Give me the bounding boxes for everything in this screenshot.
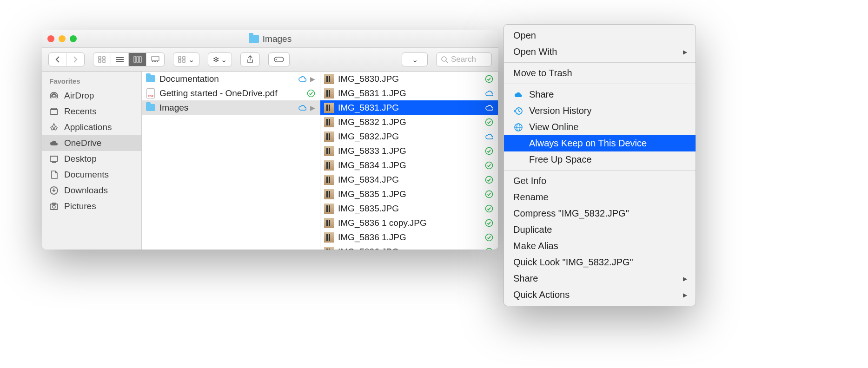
menu-item-make-alias[interactable]: Make Alias xyxy=(504,238,696,254)
folder-row[interactable]: Getting started - OneDrive.pdf xyxy=(142,86,320,100)
check-icon xyxy=(485,147,493,155)
file-row[interactable]: IMG_5834 1.JPG xyxy=(320,158,498,172)
menu-item-get-info[interactable]: Get Info xyxy=(504,173,696,189)
titlebar: Images xyxy=(42,30,498,48)
search-placeholder: Search xyxy=(451,55,476,64)
history-icon xyxy=(513,106,523,116)
menu-item-view-online[interactable]: View Online xyxy=(504,119,696,135)
check-icon xyxy=(485,233,493,242)
view-columns-button[interactable] xyxy=(129,53,146,66)
recents-icon xyxy=(48,107,60,116)
file-row[interactable]: IMG_5831.JPG xyxy=(320,100,498,115)
file-row[interactable]: IMG_5832 1.JPG xyxy=(320,115,498,129)
menu-item-quick-actions[interactable]: Quick Actions xyxy=(504,287,696,303)
sidebar-item-applications[interactable]: Applications xyxy=(42,119,141,135)
cloud-icon xyxy=(485,89,493,98)
sidebar-item-downloads[interactable]: Downloads xyxy=(42,183,141,198)
thumbnail-icon xyxy=(324,131,334,142)
menu-item-always-keep-on-this-device[interactable]: Always Keep on This Device xyxy=(504,135,696,151)
file-row[interactable]: IMG_5830.JPG xyxy=(320,72,498,86)
file-row[interactable]: IMG_5834.JPG xyxy=(320,172,498,187)
folder-row[interactable]: Images▶ xyxy=(142,100,320,115)
row-label: IMG_5836.JPG xyxy=(338,247,481,250)
row-label: Getting started - OneDrive.pdf xyxy=(159,88,303,99)
file-row[interactable]: IMG_5835 1.JPG xyxy=(320,187,498,201)
check-icon xyxy=(485,190,493,198)
check-icon xyxy=(485,248,493,250)
chevron-right-icon: ▶ xyxy=(310,104,315,112)
documents-icon xyxy=(48,170,60,179)
thumbnail-icon xyxy=(324,232,334,243)
folder-icon xyxy=(249,35,259,43)
menu-item-label: Duplicate xyxy=(513,224,552,235)
menu-item-duplicate[interactable]: Duplicate xyxy=(504,222,696,238)
chevron-right-icon: ▶ xyxy=(310,75,315,83)
menu-item-open[interactable]: Open xyxy=(504,27,696,44)
menu-item-version-history[interactable]: Version History xyxy=(504,103,696,119)
file-row[interactable]: IMG_5831 1.JPG xyxy=(320,86,498,100)
view-list-button[interactable] xyxy=(111,53,129,66)
context-menu: OpenOpen WithMove to TrashShareVersion H… xyxy=(504,24,696,306)
menu-item-free-up-space[interactable]: Free Up Space xyxy=(504,151,696,168)
thumbnail-icon xyxy=(324,103,334,113)
svg-rect-23 xyxy=(51,108,57,110)
menu-item-share[interactable]: Share xyxy=(504,86,696,103)
tags-button[interactable] xyxy=(268,53,290,66)
menu-item-label: Open xyxy=(513,30,536,41)
file-row[interactable]: IMG_5836.JPG xyxy=(320,244,498,250)
svg-rect-7 xyxy=(134,57,136,62)
sidebar-item-label: Applications xyxy=(64,122,112,132)
row-label: IMG_5831.JPG xyxy=(338,103,481,113)
menu-item-open-with[interactable]: Open With xyxy=(504,44,696,60)
sidebar-item-documents[interactable]: Documents xyxy=(42,167,141,183)
file-row[interactable]: IMG_5835.JPG xyxy=(320,201,498,216)
dropdown-button[interactable]: ⌄ xyxy=(402,53,428,66)
sidebar-item-label: Downloads xyxy=(64,185,108,196)
sidebar-item-airdrop[interactable]: AirDrop xyxy=(42,88,141,104)
check-icon xyxy=(485,176,493,184)
menu-item-label: Quick Actions xyxy=(513,289,570,300)
tag-icon xyxy=(273,56,285,63)
check-icon xyxy=(485,118,493,126)
search-icon xyxy=(441,56,448,63)
chevron-down-icon: ⌄ xyxy=(188,55,194,64)
view-gallery-button[interactable] xyxy=(146,53,164,66)
svg-point-19 xyxy=(442,57,446,61)
share-button[interactable] xyxy=(240,53,260,66)
file-row[interactable]: IMG_5836 1.JPG xyxy=(320,230,498,244)
close-window-button[interactable] xyxy=(47,35,54,42)
search-input[interactable]: Search xyxy=(436,53,492,66)
thumbnail-icon xyxy=(324,247,334,250)
sidebar-item-desktop[interactable]: Desktop xyxy=(42,151,141,167)
menu-item-move-to-trash[interactable]: Move to Trash xyxy=(504,65,696,81)
menu-item-compress-img-5832-jpg[interactable]: Compress "IMG_5832.JPG" xyxy=(504,205,696,222)
window-title: Images xyxy=(249,34,292,44)
maximize-window-button[interactable] xyxy=(70,35,77,42)
action-button[interactable]: ✻ ⌄ xyxy=(208,53,232,66)
forward-button[interactable] xyxy=(66,53,84,66)
minimize-window-button[interactable] xyxy=(59,35,66,42)
back-button[interactable] xyxy=(49,53,66,66)
svg-rect-16 xyxy=(179,60,181,62)
row-label: IMG_5834 1.JPG xyxy=(338,160,481,171)
pictures-icon xyxy=(48,202,60,211)
row-label: Images xyxy=(159,103,294,113)
folder-row[interactable]: Documentation▶ xyxy=(142,72,320,86)
check-icon xyxy=(485,219,493,227)
file-row[interactable]: IMG_5832.JPG xyxy=(320,129,498,144)
view-icons-button[interactable] xyxy=(93,53,111,66)
sidebar-item-onedrive[interactable]: OneDrive xyxy=(42,135,141,151)
menu-item-rename[interactable]: Rename xyxy=(504,189,696,205)
menu-item-share[interactable]: Share xyxy=(504,270,696,287)
menu-item-quick-look-img-5832-jpg[interactable]: Quick Look "IMG_5832.JPG" xyxy=(504,254,696,270)
sidebar: Favorites AirDropRecentsApplicationsOneD… xyxy=(42,72,142,250)
menu-item-label: Get Info xyxy=(513,176,546,186)
check-icon xyxy=(485,204,493,213)
file-row[interactable]: IMG_5836 1 copy.JPG xyxy=(320,216,498,230)
row-label: IMG_5833 1.JPG xyxy=(338,146,481,156)
sidebar-item-pictures[interactable]: Pictures xyxy=(42,198,141,214)
arrange-button[interactable]: ⌄ xyxy=(173,53,199,66)
menu-item-label: View Online xyxy=(529,122,578,132)
sidebar-item-recents[interactable]: Recents xyxy=(42,104,141,119)
file-row[interactable]: IMG_5833 1.JPG xyxy=(320,144,498,158)
